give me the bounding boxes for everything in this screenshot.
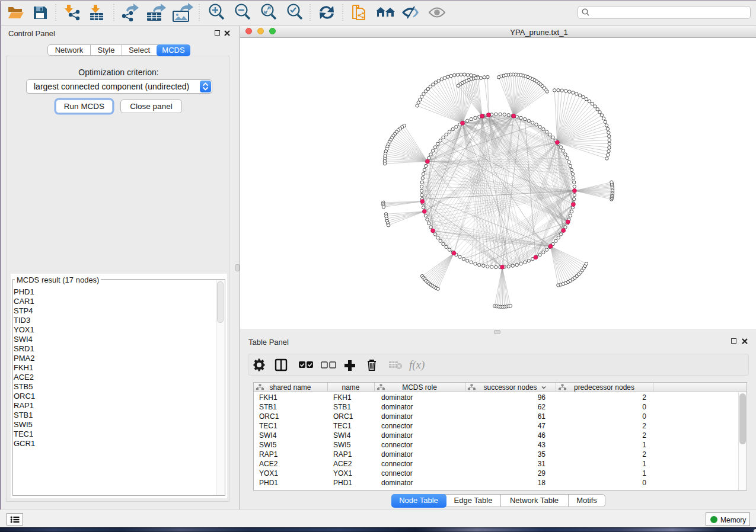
svg-text:f(x): f(x): [409, 358, 425, 371]
